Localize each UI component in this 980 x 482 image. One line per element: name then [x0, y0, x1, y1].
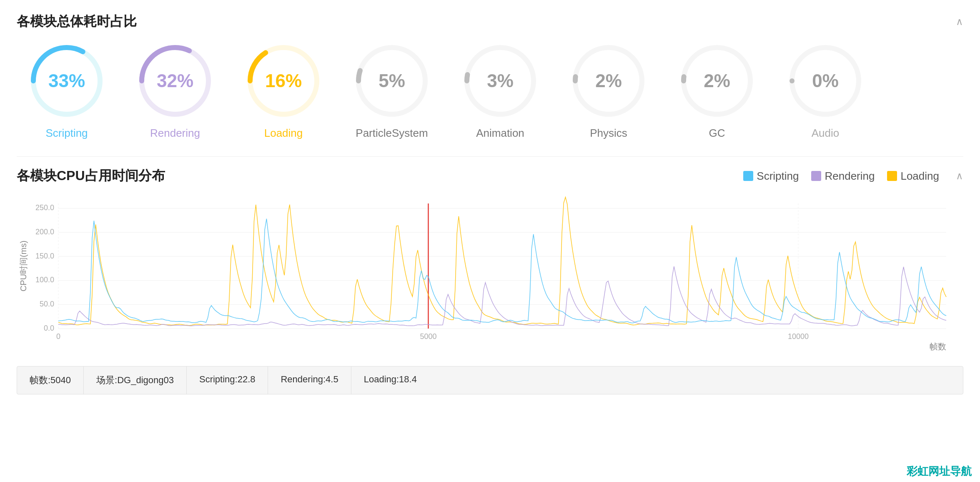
pie-percent-particlesystem: 5% [378, 70, 405, 91]
pie-wrapper-scripting: 33% [25, 39, 108, 123]
cpu-chart-svg: 250.0 200.0 150.0 100.0 50.0 0.0 0 5000 … [17, 195, 963, 354]
pie-label-gc: GC [709, 127, 725, 140]
pie-wrapper-audio: 0% [784, 39, 867, 123]
svg-text:CPU时间(ms): CPU时间(ms) [19, 241, 28, 291]
section1-collapse-icon[interactable]: ∧ [956, 16, 963, 28]
pie-wrapper-physics: 2% [567, 39, 650, 123]
legend-label-loading: Loading [900, 170, 939, 183]
pie-percent-loading: 16% [265, 70, 302, 91]
bottom-nav: 彩虹网址导航 [898, 461, 980, 482]
status-item-rendering: Rendering:4.5 [268, 367, 351, 394]
pie-chart-particlesystem: 5% ParticleSystem [342, 39, 442, 140]
legend-item-scripting: Scripting [743, 170, 799, 183]
legend-label-scripting: Scripting [757, 170, 799, 183]
pie-wrapper-rendering: 32% [133, 39, 217, 123]
pie-chart-physics: 2% Physics [559, 39, 659, 140]
svg-text:250.0: 250.0 [35, 203, 54, 212]
pie-wrapper-particlesystem: 5% [350, 39, 434, 123]
pie-wrapper-gc: 2% [675, 39, 759, 123]
svg-text:150.0: 150.0 [35, 252, 54, 260]
pie-percent-animation: 3% [487, 70, 514, 91]
scripting-line [58, 219, 946, 323]
pie-charts-row: 33% Scripting 32% Rendering 16% Loading [17, 39, 963, 140]
pie-wrapper-loading: 16% [242, 39, 325, 123]
status-item-场景: 场景:DG_digong03 [84, 367, 187, 394]
pie-label-particlesystem: ParticleSystem [356, 127, 428, 140]
pie-label-animation: Animation [476, 127, 524, 140]
pie-chart-gc: 2% GC [667, 39, 767, 140]
section2-header: 各模块CPU占用时间分布 Scripting Rendering Loading… [17, 167, 963, 185]
legend-label-rendering: Rendering [825, 170, 875, 183]
pie-wrapper-animation: 3% [459, 39, 542, 123]
pie-chart-animation: 3% Animation [450, 39, 550, 140]
pie-label-loading: Loading [264, 127, 303, 140]
pie-percent-audio: 0% [812, 70, 839, 91]
bottom-nav-text: 彩虹网址导航 [907, 465, 972, 477]
main-container: 各模块总体耗时占比 ∧ 33% Scripting 32% Renderin [0, 0, 980, 403]
legend-color-rendering [811, 171, 821, 181]
svg-text:帧数: 帧数 [930, 342, 946, 351]
section2: 各模块CPU占用时间分布 Scripting Rendering Loading… [17, 156, 963, 394]
svg-text:50.0: 50.0 [40, 300, 54, 308]
pie-label-physics: Physics [590, 127, 627, 140]
legend-color-loading [887, 171, 897, 181]
legend-color-scripting [743, 171, 753, 181]
svg-text:0: 0 [56, 332, 60, 341]
svg-text:0.0: 0.0 [44, 324, 54, 332]
svg-text:10000: 10000 [788, 332, 809, 341]
pie-percent-scripting: 33% [48, 70, 85, 91]
pie-percent-rendering: 32% [157, 70, 193, 91]
svg-text:200.0: 200.0 [35, 228, 54, 236]
pie-chart-audio: 0% Audio [775, 39, 875, 140]
pie-label-rendering: Rendering [150, 127, 200, 140]
pie-chart-loading: 16% Loading [233, 39, 333, 140]
svg-text:5000: 5000 [420, 332, 436, 341]
pie-percent-gc: 2% [704, 70, 730, 91]
pie-percent-physics: 2% [595, 70, 622, 91]
status-item-loading: Loading:18.4 [351, 367, 429, 394]
status-item-scripting: Scripting:22.8 [187, 367, 268, 394]
status-bar: 帧数:5040场景:DG_digong03Scripting:22.8Rende… [17, 366, 963, 394]
legend-item-rendering: Rendering [811, 170, 875, 183]
section2-collapse-icon[interactable]: ∧ [956, 170, 963, 182]
legend-item-loading: Loading [887, 170, 939, 183]
section2-title: 各模块CPU占用时间分布 [17, 167, 165, 185]
pie-label-scripting: Scripting [45, 127, 88, 140]
pie-chart-rendering: 32% Rendering [125, 39, 225, 140]
section1-title: 各模块总体耗时占比 [17, 13, 137, 31]
section1-header: 各模块总体耗时占比 ∧ [17, 13, 963, 31]
chart-area: 250.0 200.0 150.0 100.0 50.0 0.0 0 5000 … [17, 195, 963, 354]
legend-items: Scripting Rendering Loading ∧ [743, 170, 963, 183]
svg-text:100.0: 100.0 [35, 276, 54, 284]
pie-label-audio: Audio [812, 127, 840, 140]
pie-chart-scripting: 33% Scripting [17, 39, 117, 140]
loading-line [58, 197, 946, 326]
status-item-帧数: 帧数:5040 [17, 367, 84, 394]
